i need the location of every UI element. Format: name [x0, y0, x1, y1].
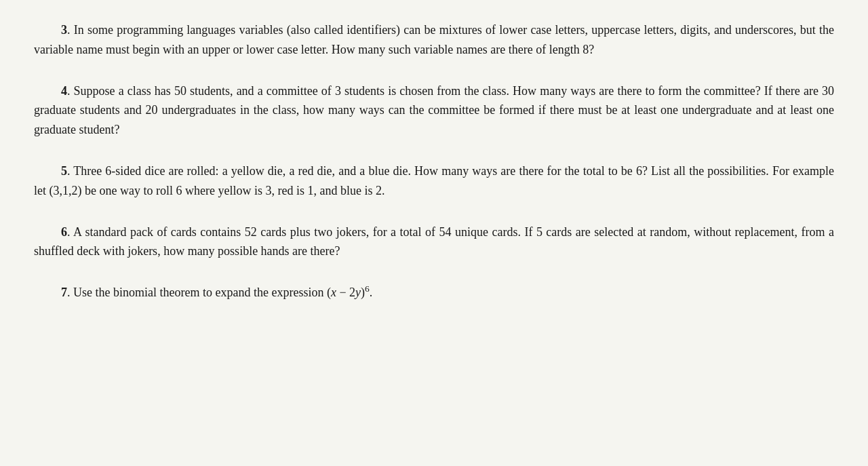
- expression-exponent: 6: [365, 284, 370, 294]
- expression-variable: x: [331, 286, 336, 299]
- problem-7: 7. Use the binomial theorem to expand th…: [34, 283, 834, 303]
- problem-5-number: 5: [61, 164, 67, 178]
- problem-6-number: 6: [61, 225, 67, 239]
- problem-6-text: 6. A standard pack of cards contains 52 …: [34, 222, 834, 262]
- problem-3-number: 3: [61, 23, 67, 37]
- problem-4-text: 4. Suppose a class has 50 students, and …: [34, 81, 834, 140]
- problem-3: 3. In some programming languages variabl…: [34, 20, 834, 60]
- problem-4: 4. Suppose a class has 50 students, and …: [34, 81, 834, 140]
- expression-variable-y: y: [355, 286, 361, 299]
- problem-5-text: 5. Three 6-sided dice are rolled: a yell…: [34, 161, 834, 201]
- problem-7-text: 7. Use the binomial theorem to expand th…: [34, 283, 834, 303]
- problem-7-number: 7: [61, 286, 67, 299]
- problem-5: 5. Three 6-sided dice are rolled: a yell…: [34, 161, 834, 201]
- problem-4-number: 4: [61, 84, 67, 98]
- problem-6: 6. A standard pack of cards contains 52 …: [34, 222, 834, 262]
- problem-3-text: 3. In some programming languages variabl…: [34, 20, 834, 60]
